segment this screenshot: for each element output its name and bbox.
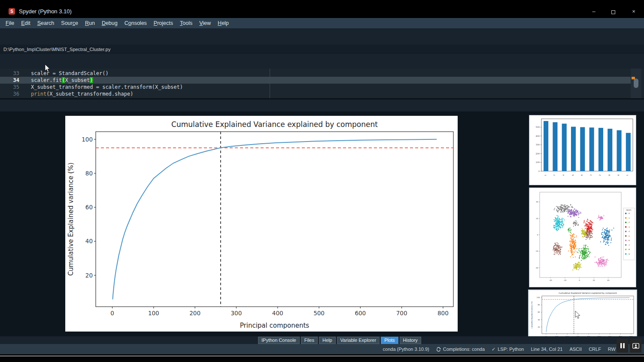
editor-tab-bar: MNIST_Spectral_Cluster.py × [0, 54, 644, 69]
menu-run[interactable]: Run [82, 19, 98, 27]
svg-text:60: 60 [85, 204, 93, 211]
mouse-cursor [575, 311, 582, 320]
menu-consoles[interactable]: Consoles [121, 19, 150, 27]
svg-text:-20: -20 [563, 279, 566, 281]
window-bottom-edge [0, 356, 644, 356]
code-line-35[interactable]: 35X_subset_transformed = scaler.transfor… [0, 84, 631, 90]
menu-source[interactable]: Source [58, 19, 82, 27]
code-line-33[interactable]: 33scaler = StandardScaler() [0, 70, 631, 77]
svg-text:300: 300 [536, 144, 540, 146]
status-completions-conda: Completions: conda [436, 347, 485, 352]
plot-thumbnail-line-selected[interactable]: 010020030040050060070080020406080100Cumu… [528, 290, 637, 337]
svg-text:0: 0 [629, 212, 630, 214]
menu-search[interactable]: Search [34, 19, 58, 27]
close-button[interactable]: × [627, 8, 640, 15]
status-bar: conda (Python 3.10.9)Completions: conda✓… [0, 344, 644, 354]
svg-text:400: 400 [536, 135, 540, 137]
minimize-button[interactable]: – [587, 8, 600, 15]
spyder-window: S Spyder (Python 3.10) – × FileEditSearc… [0, 0, 644, 362]
svg-text:0: 0 [537, 234, 538, 236]
menu-projects[interactable]: Projects [150, 19, 176, 27]
svg-text:7: 7 [553, 175, 556, 176]
check-icon: ✓ [492, 347, 495, 352]
completions-icon [436, 347, 441, 352]
code-line-34[interactable]: 34scaler.fit(X_subset) [0, 77, 631, 84]
svg-text:-20: -20 [535, 250, 538, 252]
spyder-logo-icon: S [9, 8, 15, 15]
window-title: Spyder (Python 3.10) [19, 8, 72, 15]
svg-text:3: 3 [629, 226, 630, 228]
svg-text:labels: labels [626, 209, 631, 211]
pane-tab-plots[interactable]: Plots [381, 337, 398, 344]
plot-thumbnail-bar-chart[interactable]: 01002003004005001746932085 [529, 115, 636, 185]
recorder-pause-button[interactable] [617, 339, 628, 353]
svg-text:40: 40 [538, 319, 540, 321]
menu-edit[interactable]: Edit [18, 19, 34, 27]
svg-text:100: 100 [536, 161, 540, 163]
svg-text:100: 100 [537, 296, 540, 299]
svg-text:700: 700 [396, 310, 407, 317]
mouse-cursor [45, 64, 52, 73]
svg-text:600: 600 [355, 310, 366, 317]
svg-text:0: 0 [579, 279, 580, 281]
status-ascii: ASCII [569, 347, 582, 352]
menu-debug[interactable]: Debug [98, 19, 121, 27]
pane-tab-variable-explorer[interactable]: Variable Explorer [337, 337, 380, 344]
main-plot-figure[interactable]: 010020030040050060070080020406080100Cumu… [65, 116, 458, 332]
svg-text:20: 20 [536, 217, 538, 220]
svg-text:8: 8 [629, 248, 630, 250]
status-line-34-col-21: Line 34, Col 21 [531, 347, 562, 352]
svg-text:100: 100 [82, 136, 93, 143]
svg-text:8: 8 [617, 175, 620, 176]
svg-text:20: 20 [85, 272, 93, 279]
svg-text:9: 9 [629, 253, 630, 255]
menu-file[interactable]: File [2, 19, 18, 27]
svg-text:Cumulative Explained variance: Cumulative Explained variance (%) [67, 163, 75, 276]
svg-text:6: 6 [572, 175, 574, 176]
svg-text:0: 0 [110, 310, 114, 317]
pane-tab-files[interactable]: Files [301, 337, 318, 344]
pane-tab-help[interactable]: Help [319, 337, 336, 344]
code-line-36[interactable]: 36print(X_subset_transformed.shape) [0, 90, 631, 97]
svg-text:80: 80 [538, 304, 540, 306]
svg-text:60: 60 [538, 311, 540, 313]
svg-text:40: 40 [536, 201, 538, 203]
menu-view[interactable]: View [196, 19, 214, 27]
column-edge-line [270, 69, 270, 98]
svg-text:Cumulative Explained variance: Cumulative Explained variance (%) [531, 301, 533, 329]
svg-text:80: 80 [85, 170, 93, 177]
svg-text:9: 9 [581, 175, 583, 176]
svg-text:Cumulative Explained Variance: Cumulative Explained Variance explained … [171, 120, 378, 129]
recorder-webcam-button[interactable] [630, 339, 641, 353]
svg-text:500: 500 [536, 126, 540, 128]
code-editor[interactable]: 33scaler = StandardScaler()34scaler.fit(… [0, 69, 644, 98]
svg-text:40: 40 [607, 279, 610, 281]
pane-tab-history[interactable]: History [400, 337, 421, 344]
svg-text:300: 300 [231, 310, 242, 317]
plots-pane: 010020030040050060070080020406080100Cumu… [0, 112, 644, 337]
svg-text:40: 40 [85, 238, 93, 244]
menu-tools[interactable]: Tools [176, 19, 196, 27]
plot-thumbnail-scatter[interactable]: -40-2002040-40-2002040labels0123456789 [529, 187, 636, 287]
pause-icon [620, 343, 625, 349]
svg-text:1: 1 [544, 175, 547, 176]
pane-tab-bar: IPython ConsoleFilesHelpVariable Explore… [0, 336, 644, 344]
svg-text:7: 7 [629, 244, 630, 246]
pane-tab-ipython-console[interactable]: IPython Console [258, 337, 300, 344]
svg-text:-40: -40 [549, 279, 552, 281]
scrollbar-thumb[interactable] [634, 78, 638, 88]
file-path-bar: D:\Python_Imp\Cluster\MNIST_Spectral_Clu… [0, 45, 644, 54]
svg-text:5: 5 [629, 235, 630, 237]
svg-text:6: 6 [629, 239, 630, 241]
webcam-icon [632, 343, 639, 349]
svg-text:400: 400 [272, 310, 283, 317]
title-bar: S Spyder (Python 3.10) – × [0, 0, 644, 18]
svg-text:0: 0 [608, 175, 611, 176]
menu-help[interactable]: Help [214, 19, 232, 27]
breadcrumb: D:\Python_Imp\Cluster\MNIST_Spectral_Clu… [0, 47, 110, 52]
svg-text:Cumulative Explained Variance: Cumulative Explained Variance explained … [559, 292, 617, 294]
line-number: 33 [0, 70, 19, 77]
restore-icon [611, 10, 615, 14]
restore-button[interactable] [607, 8, 620, 15]
svg-text:800: 800 [437, 310, 449, 317]
